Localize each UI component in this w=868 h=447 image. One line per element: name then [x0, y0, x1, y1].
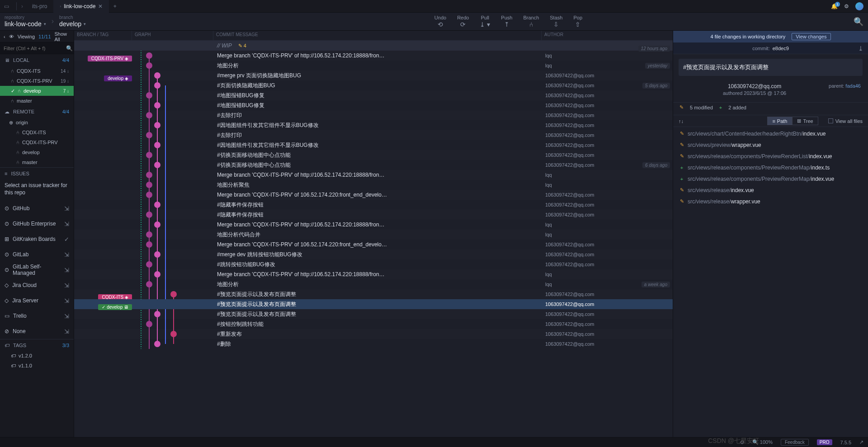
branch-master[interactable]: ⑃master — [0, 96, 74, 106]
commit-list[interactable]: // WIP✎ 412 hours agoCQDX-ITS-PRV ◈Merge… — [74, 41, 673, 437]
commit-row[interactable]: 地图分析聚焦lqq — [74, 180, 673, 190]
tags-section[interactable]: 🏷 TAGS 3/3 — [0, 339, 74, 351]
tag-v1.2.0[interactable]: 🏷v1.2.0 — [0, 351, 74, 361]
pull-button[interactable]: Pull⤓ ▾ — [480, 15, 490, 28]
changed-file[interactable]: +src/views/release/components/PreviewRen… — [673, 173, 868, 184]
remote-origin[interactable]: ⊕origin — [0, 118, 74, 127]
pop-button[interactable]: Pop⇧ — [573, 15, 582, 28]
tracker-jira-server[interactable]: ◇Jira Server⇲ — [0, 293, 74, 308]
changed-file[interactable]: ✎src/views/chart/ContentHeader/headerRig… — [673, 128, 868, 139]
commit-row[interactable]: #跳转按钮功能BUG修改1063097422@qq.com — [74, 259, 673, 269]
show-all-button[interactable]: Show All — [55, 31, 70, 42]
tracker-gitlab-self-managed[interactable]: ⊙GitLab Self-Managed⇲ — [0, 262, 74, 278]
commit-row[interactable]: #预览页面提示以及发布页面调整1063097422@qq.com — [74, 309, 673, 319]
commit-row[interactable]: #merge dev 跳转按钮功能BUG修改1063097422@qq.com — [74, 249, 673, 259]
commit-row[interactable]: #去除打印1063097422@qq.com — [74, 130, 673, 140]
wip-row[interactable]: // WIP✎ 412 hours ago — [74, 41, 673, 51]
repo-selector[interactable]: repository link-low-code▾ — [5, 15, 46, 28]
commit-row[interactable]: #因地图组件引发其它组件不显示BUG修改1063097422@qq.com — [74, 140, 673, 150]
branch-CQDX-ITS[interactable]: ⑃CQDX-ITS14 ↓ — [0, 66, 74, 76]
changed-file[interactable]: +src/views/release/components/PreviewRen… — [673, 162, 868, 173]
commit-row[interactable]: #因地图组件引发其它组件不显示BUG修改1063097422@qq.com — [74, 120, 673, 130]
commit-row[interactable]: #页面切换隐藏地图BUG1063097422@qq.com5 days ago — [74, 80, 673, 90]
tracker-github[interactable]: ⊙GitHub⇲ — [0, 201, 74, 216]
commit-row[interactable]: #切换页面移动地图中心点功能1063097422@qq.com — [74, 150, 673, 160]
commit-row[interactable]: Merge branch 'CQDX-ITS-PRV' of http://10… — [74, 170, 673, 180]
search-icon[interactable]: 🔍 — [854, 17, 863, 27]
changed-file[interactable]: ✎src/views/release/index.vue — [673, 184, 868, 196]
remote-branch-develop[interactable]: ⑃develop — [0, 147, 74, 157]
tracker-trello[interactable]: ▭Trello⇲ — [0, 308, 74, 324]
feedback-button[interactable]: Feedback — [781, 439, 809, 446]
commit-row[interactable]: #删除1063097422@qq.com — [74, 339, 673, 349]
commit-row[interactable]: 地图分析lqqa week ago — [74, 279, 673, 289]
redo-button[interactable]: Redo⟳ — [457, 15, 469, 28]
remote-branch-master[interactable]: ⑃master — [0, 157, 74, 167]
tree-view-button[interactable]: ⊞Tree — [792, 117, 818, 125]
remote-section[interactable]: ☁ REMOTE 4/4 — [0, 106, 74, 118]
folder-icon[interactable]: ▭ — [2, 2, 11, 11]
push-button[interactable]: Push⤒ — [501, 15, 512, 28]
close-icon[interactable]: ✕ — [98, 3, 103, 9]
add-tab-button[interactable]: + — [109, 0, 121, 12]
issues-section[interactable]: ≡ ISSUES — [0, 167, 74, 179]
branch-CQDX-ITS-PRV[interactable]: ⑃CQDX-ITS-PRV19 ↓ — [0, 76, 74, 86]
commit-row[interactable]: #隐藏事件保存按钮1063097422@qq.com — [74, 210, 673, 220]
commit-row[interactable]: #地图报错BUG修复1063097422@qq.com — [74, 100, 673, 110]
time-badge: 5 days ago — [642, 83, 670, 89]
remote-branch-CQDX-ITS-PRV[interactable]: ⑃CQDX-ITS-PRV — [0, 137, 74, 147]
profile-avatar[interactable] — [855, 2, 863, 10]
commit-row[interactable]: Merge branch 'CQDX-ITS-PRV' of 106.52.17… — [74, 240, 673, 249]
commit-sha[interactable]: e8dec9 — [773, 46, 789, 51]
commit-row[interactable]: #按钮控制跳转功能1063097422@qq.com — [74, 319, 673, 329]
commit-row[interactable]: Merge branch 'CQDX-ITS-PRV' of http://10… — [74, 269, 673, 279]
tab-its-pro[interactable]: its-pro — [26, 0, 53, 13]
notifications-icon[interactable]: 🔔1 — [831, 3, 838, 9]
commit-row[interactable]: Merge branch 'CQDX-ITS-PRV' of http://10… — [74, 220, 673, 230]
modified-icon: ✎ — [679, 131, 684, 136]
commit-row[interactable]: #重新发布1063097422@qq.com — [74, 329, 673, 339]
arrow-icon[interactable]: ↗ — [859, 439, 863, 445]
modified-count: 5 modified — [690, 105, 713, 110]
tracker-gitlab[interactable]: ⊙GitLab⇲ — [0, 247, 74, 262]
stash-button[interactable]: Stash⇩ — [550, 15, 562, 28]
back-icon[interactable]: ‹ — [4, 34, 5, 39]
remote-branch-CQDX-ITS[interactable]: ⑃CQDX-ITS — [0, 127, 74, 137]
commit-row[interactable]: Merge branch 'CQDX-ITS-PRV' of 106.52.17… — [74, 190, 673, 200]
commit-row[interactable]: ✓ develop 🖥#预览页面提示以及发布页面调整1063097422@qq.… — [74, 299, 673, 309]
tag-v1.1.0[interactable]: 🏷v1.1.0 — [0, 361, 74, 371]
changed-file[interactable]: ✎src/views/release/components/PreviewRen… — [673, 151, 868, 162]
commit-details-panel: 4 file changes in working directory View… — [673, 31, 868, 437]
local-section[interactable]: 🖥 LOCAL 4/4 — [0, 54, 74, 66]
commit-row[interactable]: #去除打印1063097422@qq.com — [74, 110, 673, 120]
gear-icon[interactable]: ⚙ — [844, 3, 849, 9]
view-changes-button[interactable]: View changes — [792, 33, 830, 40]
search-icon[interactable]: 🔍 — [66, 45, 73, 52]
commit-row[interactable]: #地图报错BUG修复1063097422@qq.com — [74, 90, 673, 100]
download-icon[interactable]: ⤓ — [858, 45, 863, 52]
tab-link-low-code[interactable]: › link-low-code ✕ — [53, 0, 109, 13]
commit-row[interactable]: #隐藏事件保存按钮1063097422@qq.com — [74, 200, 673, 210]
changed-file[interactable]: ✎src/views/release/wrapper.vue — [673, 196, 868, 207]
changed-file[interactable]: ✎src/views/preview/wrapper.vue — [673, 139, 868, 151]
commit-row[interactable]: 地图分析代码合并lqq — [74, 230, 673, 240]
filter-input[interactable] — [4, 46, 66, 51]
tracker-github-enterprise[interactable]: ⊙GitHub Enterprise⇲ — [0, 216, 74, 231]
commit-row[interactable]: 地图分析lqqyesterday — [74, 61, 673, 71]
sort-icon[interactable]: ↑↓ — [679, 118, 684, 124]
branch-develop[interactable]: ✓⑃develop7 ↓ — [0, 86, 74, 96]
tracker-jira-cloud[interactable]: ◇Jira Cloud⇲ — [0, 278, 74, 293]
commit-row[interactable]: CQDX-ITS-PRV ◈Merge branch 'CQDX-ITS-PRV… — [74, 51, 673, 61]
view-all-files-checkbox[interactable]: View all files — [828, 118, 863, 124]
commit-row[interactable]: CQDX-ITS ◈#预览页面提示以及发布页面调整1063097422@qq.c… — [74, 289, 673, 299]
tracker-gitkraken-boards[interactable]: ⊞GitKraken Boards✓ — [0, 231, 74, 247]
pro-badge: PRO — [817, 439, 832, 445]
commit-row[interactable]: #切换页面移动地图中心点功能1063097422@qq.com6 days ag… — [74, 160, 673, 170]
branch-selector[interactable]: branch develop▾ — [59, 15, 86, 28]
branch-button[interactable]: Branch⑃ — [523, 15, 539, 28]
commit-row[interactable]: develop ◈#merge prv 页面切换隐藏地图BUG106309742… — [74, 71, 673, 80]
parent-link[interactable]: parent: fada46 — [829, 83, 861, 96]
undo-button[interactable]: Undo⟲ — [434, 15, 446, 28]
path-view-button[interactable]: ≡Path — [767, 117, 792, 125]
tracker-none[interactable]: ⊘None⇲ — [0, 324, 74, 339]
